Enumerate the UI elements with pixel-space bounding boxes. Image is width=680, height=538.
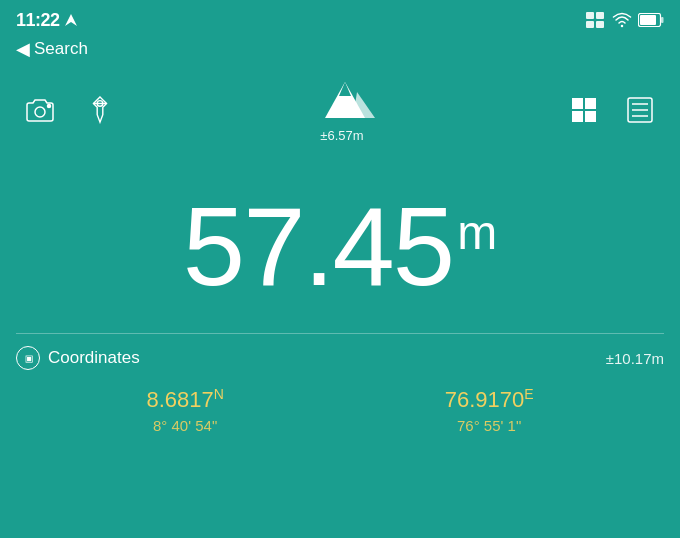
mountain-icon-area: ±6.57m (307, 76, 377, 143)
camera-button[interactable] (24, 94, 56, 126)
grid-icon (571, 97, 597, 123)
latitude-dms: 8° 40' 54" (153, 417, 217, 434)
mountain-icon (307, 76, 377, 126)
signal-grid-icon (586, 12, 606, 28)
elevation-number: 57.45 (183, 191, 453, 303)
svg-marker-0 (65, 14, 77, 26)
coordinates-accuracy: ±10.17m (606, 350, 664, 367)
longitude-decimal-value: 76.9170 (445, 387, 525, 412)
camera-icon (25, 96, 55, 124)
coordinates-header: ◈ Coordinates ±10.17m (16, 346, 664, 370)
wifi-icon (612, 12, 632, 28)
svg-rect-7 (640, 15, 656, 25)
latitude-direction: N (214, 386, 224, 402)
svg-rect-15 (572, 98, 583, 109)
coordinates-section: ◈ Coordinates ±10.17m 8.6817N 8° 40' 54"… (16, 333, 664, 434)
svg-rect-18 (585, 111, 596, 122)
svg-marker-14 (339, 82, 351, 96)
svg-rect-2 (596, 12, 604, 19)
svg-rect-4 (596, 21, 604, 28)
svg-rect-16 (585, 98, 596, 109)
svg-rect-3 (586, 21, 594, 28)
longitude-group: 76.9170E 76° 55' 1" (445, 386, 534, 434)
pin-button[interactable] (84, 94, 116, 126)
location-arrow-icon (64, 13, 78, 27)
longitude-direction: E (524, 386, 533, 402)
compass-icon: ◈ (16, 346, 40, 370)
list-icon (627, 97, 653, 123)
elevation-accuracy: ±6.57m (320, 128, 363, 143)
svg-point-9 (48, 104, 51, 107)
coordinates-label-area: ◈ Coordinates (16, 346, 140, 370)
status-time-area: 11:22 (16, 10, 78, 31)
battery-icon (638, 13, 664, 27)
status-bar: 11:22 (0, 0, 680, 36)
coordinates-label-text: Coordinates (48, 348, 140, 368)
back-label: Search (34, 39, 88, 59)
toolbar-left-actions (24, 94, 116, 126)
grid-view-button[interactable] (568, 94, 600, 126)
latitude-group: 8.6817N 8° 40' 54" (146, 386, 223, 434)
elevation-value: 57.45 m (183, 191, 497, 303)
svg-rect-17 (572, 111, 583, 122)
svg-rect-6 (661, 17, 664, 23)
status-time: 11:22 (16, 10, 60, 31)
elevation-section: 57.45 m (0, 151, 680, 333)
back-button[interactable]: ◀ Search (16, 38, 88, 60)
nav-bar: ◀ Search (0, 36, 680, 68)
compass-needle-icon: ◈ (19, 349, 37, 367)
pin-icon (89, 96, 111, 124)
svg-rect-1 (586, 12, 594, 19)
longitude-dms: 76° 55' 1" (457, 417, 521, 434)
list-view-button[interactable] (624, 94, 656, 126)
toolbar: ±6.57m (0, 68, 680, 151)
latitude-decimal: 8.6817N (146, 386, 223, 413)
svg-marker-13 (353, 92, 375, 118)
latitude-decimal-value: 8.6817 (146, 387, 213, 412)
elevation-unit: m (457, 209, 497, 257)
status-icons (586, 12, 664, 28)
svg-point-8 (35, 107, 45, 117)
toolbar-right-actions (568, 94, 656, 126)
back-chevron-icon: ◀ (16, 38, 30, 60)
coordinates-values: 8.6817N 8° 40' 54" 76.9170E 76° 55' 1" (16, 386, 664, 434)
longitude-decimal: 76.9170E (445, 386, 534, 413)
